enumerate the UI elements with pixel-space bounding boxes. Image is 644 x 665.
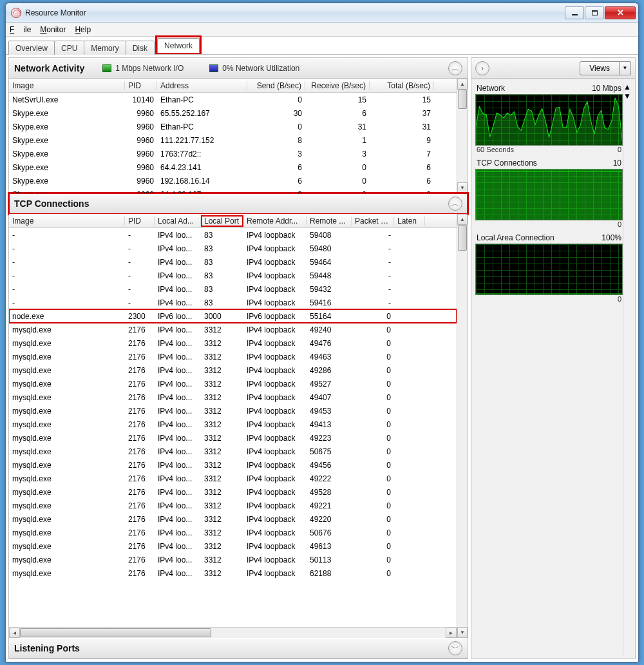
collapse-icon[interactable]: ︿ (448, 61, 462, 75)
table-row[interactable]: mysqld.exe2176IPv4 loo...3312IPv4 loopba… (9, 472, 457, 485)
maximize-button[interactable] (585, 6, 604, 19)
col-total[interactable]: Total (B/sec) (370, 81, 434, 90)
scroll-down-icon[interactable]: ▼ (623, 92, 634, 101)
table-row[interactable]: --IPv4 loo...83IPv4 loopback59416- (9, 296, 457, 309)
table-row[interactable]: mysqld.exe2176IPv4 loo...3312IPv4 loopba… (9, 363, 457, 377)
col-pid[interactable]: PID (125, 81, 157, 90)
scroll-thumb[interactable] (458, 225, 467, 251)
col-recv[interactable]: Receive (B/sec) (305, 81, 370, 90)
table-row[interactable]: mysqld.exe2176IPv4 loo...3312IPv4 loopba… (9, 553, 457, 566)
table-row[interactable]: Skype.exe996064.4.23.167303 (9, 188, 457, 193)
collapse-right-icon[interactable]: › (475, 61, 489, 75)
cell-pid: 2176 (125, 488, 155, 497)
table-row[interactable]: mysqld.exe2176IPv4 loo...3312IPv4 loopba… (9, 431, 457, 445)
col-image[interactable]: Image (9, 81, 125, 90)
tab-disk[interactable]: Disk (126, 41, 155, 55)
table-row[interactable]: mysqld.exe2176IPv4 loo...3312IPv4 loopba… (9, 485, 457, 499)
cell-total: 15 (370, 95, 434, 104)
close-button[interactable]: ✕ (605, 6, 636, 19)
tab-overview[interactable]: Overview (8, 41, 55, 55)
table-row[interactable]: Skype.exe9960111.221.77.152819 (9, 133, 457, 147)
col-address[interactable]: Address (157, 81, 247, 90)
table-row[interactable]: mysqld.exe2176IPv4 loo...3312IPv4 loopba… (9, 404, 457, 418)
scroll-down-icon[interactable]: ▼ (457, 182, 468, 193)
table-row[interactable]: mysqld.exe2176IPv4 loo...3312IPv4 loopba… (9, 512, 457, 526)
views-button[interactable]: Views ▼ (580, 61, 631, 75)
section-title: TCP Connections (14, 198, 89, 209)
cell-laddr: IPv4 loo... (155, 407, 201, 416)
col-send[interactable]: Send (B/sec) (247, 81, 305, 90)
col-lat[interactable]: Laten (394, 217, 425, 226)
table-row[interactable]: mysqld.exe2176IPv4 loo...3312IPv4 loopba… (9, 458, 457, 472)
minimize-button[interactable] (565, 6, 584, 19)
hscrollbar[interactable]: ◄ ► (9, 627, 457, 638)
table-row[interactable]: mysqld.exe2176IPv4 loo...3312IPv4 loopba… (9, 418, 457, 431)
cell-pid: 2176 (125, 420, 155, 429)
col-pkt[interactable]: Packet L... (352, 217, 394, 226)
scroll-thumb[interactable] (20, 628, 211, 637)
expand-icon[interactable]: ﹀ (448, 641, 462, 655)
table-row[interactable]: mysqld.exe2176IPv4 loo...3312IPv4 loopba… (9, 499, 457, 512)
scroll-right-icon[interactable]: ► (446, 628, 457, 638)
cell-pkt: - (352, 231, 394, 240)
col-pid[interactable]: PID (125, 217, 155, 226)
tab-network[interactable]: Network (157, 38, 200, 53)
table-row[interactable]: NetSvrUI.exe10140Ethan-PC01515 (9, 93, 457, 106)
tab-cpu[interactable]: CPU (54, 41, 84, 55)
table-row[interactable]: Skype.exe996064.4.23.141606 (9, 160, 457, 174)
network-activity-grid: Image PID Address Send (B/sec) Receive (… (9, 79, 468, 193)
col-laddr[interactable]: Local Ad... (155, 217, 201, 226)
scroll-up-icon[interactable]: ▲ (457, 79, 468, 90)
collapse-icon[interactable]: ︿ (448, 197, 462, 211)
titlebar[interactable]: Resource Monitor ✕ (6, 3, 638, 23)
menu-monitor[interactable]: Monitor (40, 25, 66, 34)
table-row[interactable]: Skype.exe9960Ethan-PC03131 (9, 120, 457, 133)
tab-memory[interactable]: Memory (84, 41, 126, 55)
cell-rport: 49221 (307, 501, 352, 510)
col-image[interactable]: Image (9, 217, 125, 226)
table-row[interactable]: --IPv4 loo...83IPv4 loopback59464- (9, 255, 457, 269)
grid-body: --IPv4 loo...83IPv4 loopback59408---IPv4… (9, 228, 457, 627)
menu-help[interactable]: Help (75, 25, 91, 34)
cell-pid: - (125, 271, 155, 280)
cell-raddr: IPv4 loopback (243, 244, 307, 253)
table-row[interactable]: mysqld.exe2176IPv4 loo...3312IPv4 loopba… (9, 526, 457, 539)
scroll-thumb[interactable] (458, 90, 467, 109)
table-row[interactable]: Skype.exe9960192.168.16.14606 (9, 174, 457, 188)
col-raddr[interactable]: Remote Addr... (243, 217, 307, 226)
section-header-network-activity[interactable]: Network Activity 1 Mbps Network I/O 0% N… (9, 58, 468, 79)
scroll-up-icon[interactable]: ▲ (457, 214, 468, 225)
table-row[interactable]: --IPv4 loo...83IPv4 loopback59480- (9, 242, 457, 255)
vscrollbar[interactable]: ▲ ▼ (457, 79, 468, 193)
table-row[interactable]: node.exe2300IPv6 loo...3000IPv6 loopback… (9, 309, 457, 323)
cell-lport: 3312 (201, 447, 243, 456)
table-row[interactable]: mysqld.exe2176IPv4 loo...3312IPv4 loopba… (9, 377, 457, 390)
scroll-up-icon[interactable]: ▲ (623, 82, 634, 92)
scroll-down-icon[interactable]: ▼ (457, 627, 468, 638)
col-lport[interactable]: Local Port (201, 215, 243, 227)
table-row[interactable]: Skype.exe99601763:77d2::337 (9, 147, 457, 160)
cell-image: - (9, 298, 125, 307)
cell-raddr: IPv4 loopback (243, 393, 307, 402)
section-header-listening[interactable]: Listening Ports ﹀ (9, 638, 468, 659)
table-row[interactable]: --IPv4 loo...83IPv4 loopback59408- (9, 228, 457, 242)
table-row[interactable]: mysqld.exe2176IPv4 loo...3312IPv4 loopba… (9, 566, 457, 580)
menu-file[interactable]: File (10, 25, 31, 34)
vscrollbar[interactable]: ▲ ▼ (457, 214, 468, 638)
col-rport[interactable]: Remote ... (307, 217, 352, 226)
table-row[interactable]: mysqld.exe2176IPv4 loo...3312IPv4 loopba… (9, 390, 457, 404)
views-dropdown-icon[interactable]: ▼ (620, 61, 631, 75)
table-row[interactable]: --IPv4 loo...83IPv4 loopback59432- (9, 282, 457, 296)
section-header-tcp[interactable]: TCP Connections ︿ (9, 193, 468, 214)
chart-bl: 60 Seconds (477, 146, 514, 153)
table-row[interactable]: mysqld.exe2176IPv4 loo...3312IPv4 loopba… (9, 350, 457, 363)
table-row[interactable]: Skype.exe996065.55.252.16730637 (9, 106, 457, 120)
table-row[interactable]: mysqld.exe2176IPv4 loo...3312IPv4 loopba… (9, 336, 457, 350)
table-row[interactable]: mysqld.exe2176IPv4 loo...3312IPv4 loopba… (9, 323, 457, 336)
right-vscrollbar[interactable]: ▲ ▼ (623, 82, 634, 655)
table-row[interactable]: mysqld.exe2176IPv4 loo...3312IPv4 loopba… (9, 539, 457, 553)
table-row[interactable]: mysqld.exe2176IPv4 loo...3312IPv4 loopba… (9, 445, 457, 458)
table-row[interactable]: --IPv4 loo...83IPv4 loopback59448- (9, 269, 457, 282)
scroll-left-icon[interactable]: ◄ (9, 628, 20, 638)
cell-image: mysqld.exe (9, 515, 125, 524)
